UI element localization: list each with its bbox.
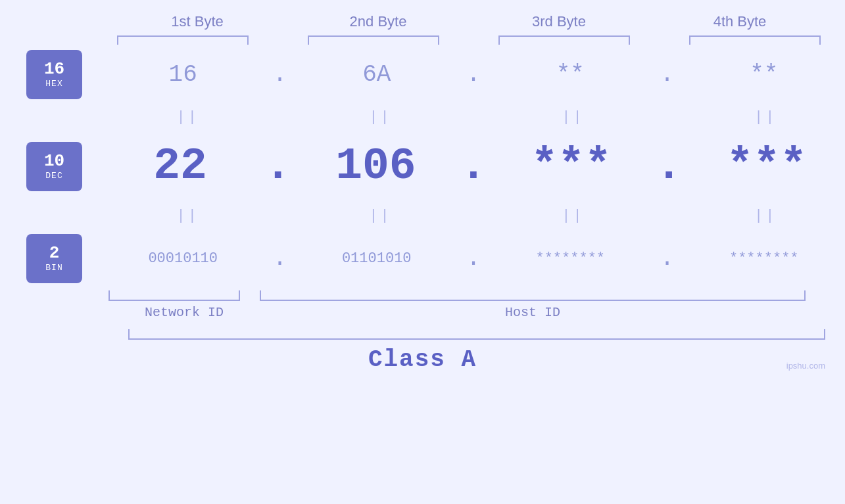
bin-byte1: 00010110 (110, 250, 255, 267)
hex-badge-num: 16 (44, 60, 64, 78)
dec-badge-num: 10 (44, 152, 64, 170)
top-brackets (107, 35, 831, 45)
hex-dot2: . (466, 61, 481, 88)
bin-badge-num: 2 (49, 244, 60, 262)
network-bracket (109, 290, 240, 301)
network-id-label: Network ID (109, 305, 260, 320)
hex-row: 16 HEX 16 . 6A . ** . ** (0, 45, 845, 104)
dec-byte4: *** (694, 144, 839, 189)
eq-cell-6: || (308, 208, 453, 224)
equals-hex-dec: || || || || (0, 104, 845, 130)
byte4-header: 4th Byte (667, 13, 812, 30)
dec-badge-label: DEC (45, 171, 62, 181)
bin-byte2: 01101010 (304, 250, 449, 267)
hex-badge: 16 HEX (26, 50, 82, 99)
hex-byte2: 6A (304, 61, 449, 88)
hex-byte4: ** (692, 61, 836, 88)
bracket-top-4 (689, 35, 821, 45)
byte1-header: 1st Byte (125, 13, 270, 30)
eq-cell-8: || (693, 208, 838, 224)
dec-dot2: . (460, 146, 487, 186)
bin-dot2: . (466, 245, 481, 272)
eq-cell-2: || (308, 109, 453, 126)
class-bracket (128, 329, 825, 340)
dec-byte3: *** (499, 144, 644, 189)
hex-badge-label: HEX (45, 79, 62, 89)
class-label: Class A (368, 346, 477, 373)
dec-badge: 10 DEC (26, 142, 82, 191)
watermark: ipshu.com (786, 361, 825, 371)
byte-headers: 1st Byte 2nd Byte 3rd Byte 4th Byte (107, 13, 831, 30)
id-labels-row: Network ID Host ID (109, 305, 845, 320)
bin-byte4: ******** (692, 250, 836, 267)
hex-values: 16 . 6A . ** . ** (102, 61, 845, 88)
eq-values-2: || || || || (109, 208, 845, 224)
dec-row: 10 DEC 22 . 106 . *** . *** (0, 130, 845, 202)
host-bracket (260, 290, 806, 301)
byte3-header: 3rd Byte (487, 13, 631, 30)
main-container: 1st Byte 2nd Byte 3rd Byte 4th Byte 16 H… (0, 0, 845, 504)
host-id-label: Host ID (260, 305, 806, 320)
bottom-brackets-row (109, 290, 845, 301)
bin-row: 2 BIN 00010110 . 01101010 . ******** . *… (0, 229, 845, 288)
dec-byte1: 22 (108, 144, 253, 189)
bracket-top-2 (308, 35, 439, 45)
bin-byte3: ******** (498, 250, 642, 267)
eq-values-1: || || || || (109, 109, 845, 126)
hex-dot3: . (660, 61, 675, 88)
bin-badge-label: BIN (45, 263, 62, 273)
dec-dot1: . (264, 146, 291, 186)
class-bracket-container (128, 329, 825, 340)
byte2-header: 2nd Byte (306, 13, 450, 30)
bin-values: 00010110 . 01101010 . ******** . *******… (102, 245, 845, 272)
bracket-top-3 (498, 35, 630, 45)
dec-dot3: . (656, 146, 683, 186)
dec-byte2: 106 (303, 144, 448, 189)
eq-cell-7: || (500, 208, 645, 224)
dec-values: 22 . 106 . *** . *** (102, 144, 845, 189)
bin-dot1: . (273, 245, 287, 272)
bin-badge: 2 BIN (26, 234, 82, 283)
hex-byte3: ** (498, 61, 642, 88)
eq-cell-5: || (116, 208, 260, 224)
eq-cell-1: || (116, 109, 260, 126)
class-label-row: Class A ipshu.com (0, 346, 845, 373)
eq-cell-4: || (693, 109, 838, 126)
eq-cell-3: || (500, 109, 645, 126)
hex-byte1: 16 (110, 61, 255, 88)
bracket-top-1 (117, 35, 249, 45)
bin-dot3: . (660, 245, 675, 272)
equals-dec-bin: || || || || (0, 202, 845, 229)
hex-dot1: . (273, 61, 287, 88)
